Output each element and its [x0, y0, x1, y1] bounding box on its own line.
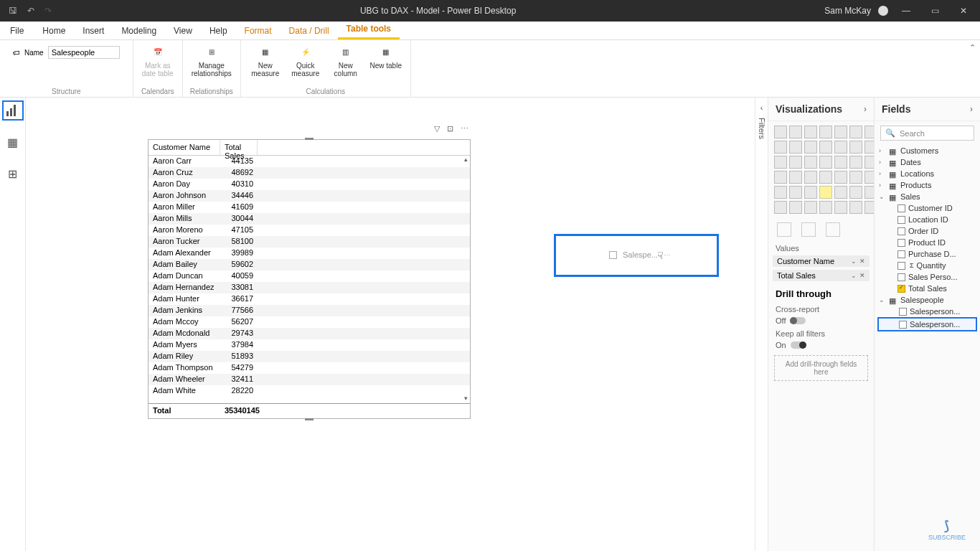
field-product-id[interactable]: Product ID: [879, 237, 976, 248]
viz-type-icon[interactable]: [774, 201, 787, 214]
remove-icon[interactable]: ✕: [859, 258, 865, 265]
cross-report-toggle[interactable]: [790, 317, 806, 324]
table-row[interactable]: Adam Mccoy56207: [149, 316, 470, 328]
viz-type-icon[interactable]: [789, 171, 802, 184]
analytics-tab-icon[interactable]: [826, 222, 840, 237]
report-canvas[interactable]: ▽ ⊡ ⋯ Customer Name Total Sales ▴ ▾ Aaro…: [26, 98, 755, 537]
tab-format[interactable]: Format: [236, 22, 281, 39]
viz-type-icon[interactable]: [849, 201, 862, 214]
remove-icon[interactable]: ✕: [859, 272, 865, 279]
slicer-visual[interactable]: Salespe... ⋯: [554, 234, 719, 277]
field-total-sales[interactable]: Total Sales: [879, 283, 976, 294]
viz-type-icon[interactable]: [819, 201, 832, 214]
minimize-button[interactable]: —: [895, 6, 917, 16]
drillthrough-drop[interactable]: Add drill-through fields here: [774, 355, 868, 381]
field-salesperson-0[interactable]: Salesperson...: [879, 306, 976, 317]
viz-type-icon[interactable]: [804, 201, 817, 214]
viz-type-icon[interactable]: [849, 171, 862, 184]
tab-home[interactable]: Home: [34, 22, 74, 39]
collapse-ribbon-icon[interactable]: ⌃: [969, 43, 976, 52]
tab-table-tools[interactable]: Table tools: [338, 20, 400, 39]
table-row[interactable]: Aaron Johnson34446: [149, 190, 470, 202]
slicer-checkbox[interactable]: [609, 251, 617, 259]
viz-type-icon[interactable]: [834, 171, 847, 184]
field-location-id[interactable]: Location ID: [879, 214, 976, 225]
col-total-sales[interactable]: Total Sales: [220, 140, 258, 155]
close-button[interactable]: ✕: [953, 6, 974, 16]
viz-type-icon[interactable]: [834, 201, 847, 214]
user-name[interactable]: Sam McKay: [824, 6, 871, 16]
field-purchase-d-[interactable]: Purchase D...: [879, 248, 976, 260]
viz-type-icon[interactable]: [819, 171, 832, 184]
table-locations[interactable]: ▦Locations: [879, 168, 976, 179]
viz-type-icon[interactable]: [774, 186, 787, 199]
viz-type-icon[interactable]: [789, 126, 802, 138]
table-row[interactable]: Adam Hunter36617: [149, 293, 470, 305]
expand-filters-icon[interactable]: ‹: [760, 103, 763, 112]
model-view-icon[interactable]: ⊞: [2, 164, 24, 184]
table-row[interactable]: Adam Jenkins77566: [149, 305, 470, 316]
viz-type-icon[interactable]: [804, 186, 817, 199]
redo-icon[interactable]: ↷: [44, 6, 52, 16]
viz-type-icon[interactable]: [774, 126, 787, 138]
viz-type-icon[interactable]: [834, 126, 847, 138]
table-sales[interactable]: ▦Sales: [879, 191, 976, 202]
table-row[interactable]: Aaron Miller41609: [149, 202, 470, 213]
tab-help[interactable]: Help: [201, 22, 236, 39]
table-row[interactable]: Aaron Tucker58100: [149, 236, 470, 248]
table-customers[interactable]: ▦Customers: [879, 145, 976, 156]
value-pill-customer-name[interactable]: Customer Name ⌄✕: [773, 255, 870, 267]
slicer-more-icon[interactable]: ⋯: [664, 251, 671, 259]
chevron-down-icon[interactable]: ⌄: [851, 258, 857, 265]
viz-type-icon[interactable]: [819, 141, 832, 154]
more-icon[interactable]: ⋯: [461, 124, 468, 133]
table-row[interactable]: Adam Duncan40059: [149, 270, 470, 282]
table-row[interactable]: Aaron Cruz48692: [149, 167, 470, 179]
table-row[interactable]: Adam Thompson54279: [149, 362, 470, 374]
table-row[interactable]: Adam Wheeler32411: [149, 374, 470, 385]
subscribe-logo[interactable]: ⟆ SUBSCRIBE: [928, 518, 966, 541]
new-measure-button[interactable]: ▦ New measure: [248, 43, 283, 77]
filter-icon[interactable]: ▽: [434, 124, 440, 133]
table-row[interactable]: Aaron Moreno47105: [149, 225, 470, 236]
undo-icon[interactable]: ↶: [27, 6, 34, 16]
table-products[interactable]: ▦Products: [879, 179, 976, 191]
tab-insert[interactable]: Insert: [74, 22, 113, 39]
table-name-input[interactable]: [48, 46, 120, 59]
maximize-button[interactable]: ▭: [924, 6, 946, 16]
save-icon[interactable]: 🖫: [9, 6, 17, 16]
data-view-icon[interactable]: ▦: [2, 132, 24, 152]
tab-view[interactable]: View: [165, 22, 201, 39]
tab-modeling[interactable]: Modeling: [113, 22, 165, 39]
table-row[interactable]: Adam Mcdonald29743: [149, 328, 470, 339]
table-row[interactable]: Adam White28220: [149, 385, 470, 397]
avatar[interactable]: [878, 6, 888, 16]
viz-type-icon[interactable]: [804, 171, 817, 184]
collapse-viz-icon[interactable]: ›: [864, 104, 867, 114]
new-column-button[interactable]: ▥ New column: [329, 43, 363, 77]
table-dates[interactable]: ▦Dates: [879, 156, 976, 168]
resize-handle-bottom[interactable]: [305, 418, 314, 420]
viz-type-icon[interactable]: [789, 201, 802, 214]
table-salespeople[interactable]: ▦Salespeople: [879, 294, 976, 306]
viz-type-icon[interactable]: [834, 186, 847, 199]
field-order-id[interactable]: Order ID: [879, 225, 976, 237]
value-pill-total-sales[interactable]: Total Sales ⌄✕: [773, 270, 870, 281]
viz-type-icon[interactable]: [849, 126, 862, 138]
keep-filters-toggle[interactable]: [791, 342, 806, 349]
quick-measure-button[interactable]: ⚡ Quick measure: [288, 43, 323, 77]
viz-type-icon[interactable]: [819, 126, 832, 138]
table-row[interactable]: Adam Bailey59602: [149, 259, 470, 270]
fields-tab-icon[interactable]: [777, 222, 791, 237]
table-row[interactable]: Adam Riley51893: [149, 351, 470, 362]
scroll-down-icon[interactable]: ▾: [461, 395, 470, 403]
scroll-up-icon[interactable]: ▴: [461, 156, 470, 164]
filters-collapsed-pane[interactable]: ‹ Filters: [755, 98, 768, 551]
viz-type-icon[interactable]: [849, 186, 862, 199]
table-row[interactable]: Adam Hernandez33081: [149, 282, 470, 293]
new-table-button[interactable]: ▦ New table: [369, 43, 403, 70]
resize-handle-top[interactable]: [305, 138, 314, 140]
manage-relationships-button[interactable]: ⊞ Manage relationships: [194, 43, 229, 77]
field-salesperson-1[interactable]: Salesperson...: [877, 317, 977, 331]
format-tab-icon[interactable]: [801, 222, 816, 237]
